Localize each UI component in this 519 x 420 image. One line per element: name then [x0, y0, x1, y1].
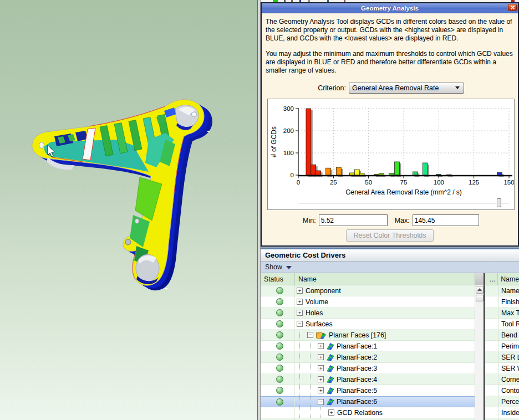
status-ok-icon	[276, 354, 283, 361]
threshold-slider[interactable]	[268, 198, 514, 209]
tree-item-label: PlanarFace:6	[337, 398, 377, 406]
expand-icon[interactable]: +	[297, 288, 303, 294]
app-root: Geometry Analysis The Geometry Analysis …	[0, 0, 519, 420]
viewport-3d[interactable]	[0, 0, 257, 420]
property-row-conto[interactable]: Conto	[485, 385, 519, 396]
svg-text:# of GCDs: # of GCDs	[270, 126, 278, 157]
property-row-corne[interactable]: Corne	[485, 374, 519, 385]
svg-text:50: 50	[365, 179, 372, 186]
criterion-label: Criterion:	[262, 84, 346, 92]
property-name: Max T	[498, 309, 519, 317]
property-name: Bend I	[498, 331, 519, 339]
reset-color-thresholds-button[interactable]: Reset Color Thresholds	[346, 229, 433, 242]
tree-guide-line	[299, 385, 300, 396]
svg-text:100: 100	[283, 150, 294, 156]
expand-icon[interactable]: +	[318, 365, 324, 371]
max-input[interactable]	[413, 214, 479, 226]
property-dots-cell	[485, 308, 498, 318]
tree-row-planarface-1[interactable]: +PlanarFace:1	[261, 341, 475, 352]
property-row-inside[interactable]: Inside	[485, 407, 519, 418]
tree-guide-line	[310, 341, 311, 351]
svg-text:General Area Removal Rate (mm^: General Area Removal Rate (mm^2 / s)	[345, 188, 462, 196]
status-ok-icon	[276, 376, 283, 383]
svg-text:0: 0	[297, 179, 300, 186]
property-row-ser-le[interactable]: SER Le	[485, 352, 519, 363]
column-header-status[interactable]: Status	[261, 273, 295, 285]
property-dots-cell	[485, 396, 498, 407]
column-header-prop-name[interactable]: Name	[498, 273, 519, 285]
property-row-finish[interactable]: Finish	[485, 296, 519, 308]
property-row-max-t[interactable]: Max T	[485, 308, 519, 319]
tree-row-gcd-relations[interactable]: +GCD Relations	[261, 407, 475, 418]
svg-text:75: 75	[400, 179, 408, 186]
max-label: Max:	[395, 217, 410, 224]
scroll-up-icon[interactable]	[476, 286, 484, 294]
property-row-ser-w[interactable]: SER W	[485, 363, 519, 374]
tree-row-volume[interactable]: +Volume	[261, 296, 475, 308]
status-ok-icon	[276, 287, 283, 294]
tree-scrollbar[interactable]	[475, 285, 484, 420]
show-menu-label: Show	[265, 263, 282, 271]
min-input[interactable]	[319, 214, 388, 226]
property-name: Inside	[498, 409, 519, 417]
expand-icon[interactable]: +	[318, 343, 324, 349]
show-menu[interactable]: Show	[261, 262, 519, 273]
status-ok-icon	[276, 387, 283, 394]
tree-row-planarface-4[interactable]: +PlanarFace:4	[261, 374, 475, 385]
scroll-thumb[interactable]	[476, 295, 484, 301]
tree-guide-line	[310, 385, 311, 396]
expand-icon[interactable]: +	[318, 387, 324, 393]
description-paragraph-2: You may adjust the minimum and maximum t…	[266, 50, 514, 75]
property-row-tool-r[interactable]: Tool R	[485, 319, 519, 330]
expand-icon[interactable]: +	[318, 354, 324, 360]
tree-row-planarface-2[interactable]: +PlanarFace:2	[261, 352, 475, 363]
property-name: Conto	[498, 387, 519, 395]
tree-row-component[interactable]: +Component	[261, 285, 475, 296]
column-header-dots[interactable]: ...	[485, 273, 498, 285]
histogram-chart: 02550751001251500100200300General Area R…	[268, 99, 515, 198]
tree-row-planarface-6[interactable]: −PlanarFace:6	[261, 396, 475, 407]
property-row-perim[interactable]: Perim	[485, 341, 519, 352]
tree-item-label: PlanarFace:2	[337, 354, 377, 361]
tree-item-label: PlanarFace:3	[337, 365, 377, 372]
tree-item-label: PlanarFace:5	[337, 387, 377, 395]
status-ok-icon	[276, 342, 283, 350]
description-paragraph-1: The Geometry Analysis Tool displays GCDs…	[266, 18, 514, 43]
planar-face-icon	[327, 365, 334, 372]
status-ok-icon	[276, 309, 283, 316]
tree-row-planar-faces-176[interactable]: −Planar Faces [176]	[261, 330, 475, 341]
property-row-percen[interactable]: Percen	[485, 396, 519, 407]
planar-face-icon	[327, 354, 334, 361]
criterion-select[interactable]: General Area Removal Rate	[349, 83, 464, 94]
tree-row-planarface-5[interactable]: +PlanarFace:5	[261, 385, 475, 396]
property-rows: NameFinishMax TTool RBend IPerimSER LeSE…	[485, 285, 519, 420]
collapse-icon[interactable]: −	[307, 332, 313, 338]
planar-face-icon	[327, 387, 334, 395]
property-dots-cell	[485, 319, 498, 329]
property-dots-cell	[485, 363, 498, 373]
expand-icon[interactable]: +	[297, 310, 303, 316]
slider-handle[interactable]	[497, 198, 501, 207]
property-dots-cell	[485, 285, 498, 296]
property-name: Corne	[498, 376, 519, 383]
expand-icon[interactable]: +	[318, 376, 324, 382]
part-3d-model	[0, 0, 257, 420]
close-icon[interactable]	[508, 4, 517, 11]
collapse-icon[interactable]: −	[297, 321, 303, 327]
dialog-titlebar[interactable]: Geometry Analysis	[262, 3, 518, 13]
collapse-icon[interactable]: −	[318, 399, 324, 405]
histogram-panel: 02550751001251500100200300General Area R…	[267, 99, 515, 210]
property-row-name[interactable]: Name	[485, 285, 519, 296]
expand-icon[interactable]: +	[328, 409, 334, 416]
property-dots-cell	[485, 341, 498, 351]
tree-row-planarface-3[interactable]: +PlanarFace:3	[261, 363, 475, 374]
property-name: Percen	[498, 398, 519, 406]
property-row-bend-i[interactable]: Bend I	[485, 330, 519, 341]
slider-track	[298, 203, 509, 203]
tree-row-surfaces[interactable]: −Surfaces	[261, 319, 475, 330]
expand-icon[interactable]: +	[297, 299, 303, 305]
status-ok-icon	[276, 365, 283, 372]
tree-row-holes[interactable]: +Holes	[261, 308, 475, 319]
column-header-name[interactable]: Name	[295, 273, 475, 285]
gcd-panel: Geometric Cost Drivers Show Status Name …	[261, 248, 519, 420]
